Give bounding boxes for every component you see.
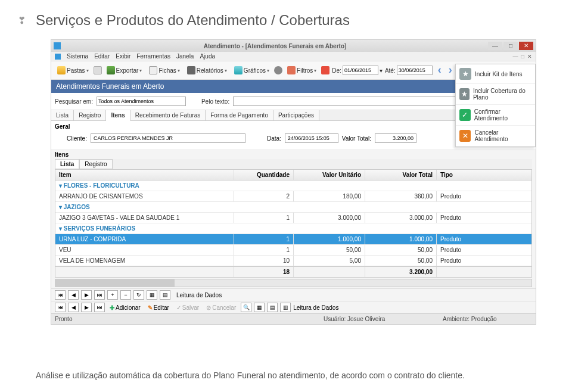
cliente-label: Cliente:	[67, 135, 87, 142]
items-grid: Item Quantidade Valor Unitário Valor Tot…	[55, 169, 532, 278]
subtab-lista[interactable]: Lista	[55, 159, 79, 169]
grid-row[interactable]: ARRANJO DE CRISANTEMOS2180,00360,00Produ…	[55, 191, 531, 202]
side-action[interactable]: ✓Confirmar Atendimento	[456, 105, 535, 126]
col-unit[interactable]: Valor Unitário	[294, 170, 365, 180]
tab-recebimento[interactable]: Recebimento de Faturas	[130, 110, 206, 120]
nav-next[interactable]: ›	[446, 63, 455, 77]
clip-icon[interactable]	[94, 66, 102, 74]
btn-grid5[interactable]: ▥	[280, 303, 291, 312]
act-first[interactable]: ⏮	[55, 303, 66, 312]
export-icon	[107, 66, 115, 74]
date-to-input[interactable]	[397, 66, 433, 75]
btn-search2[interactable]: 🔍	[241, 303, 251, 312]
valor-input[interactable]	[375, 133, 416, 143]
nav-add[interactable]: +	[107, 290, 118, 300]
gear-icon[interactable]	[274, 66, 282, 74]
minimize-button[interactable]: —	[488, 42, 502, 50]
data-input[interactable]	[285, 133, 338, 143]
nav-del[interactable]: −	[120, 290, 131, 300]
btn-grid3[interactable]: ▦	[254, 303, 265, 312]
menu-ajuda[interactable]: Ajuda	[200, 53, 215, 60]
btn-edit[interactable]: ✎Editar	[145, 304, 172, 312]
status-env: Ambiente: Produção	[443, 316, 532, 322]
btn-cancel[interactable]: ⊘Cancelar	[204, 304, 238, 312]
col-tipo[interactable]: Tipo	[437, 170, 531, 180]
side-action[interactable]: ✕Cancelar Atendimento	[456, 126, 535, 147]
btn-save[interactable]: ✓Salvar	[174, 304, 201, 312]
nav-status-text: Leitura de Dados	[173, 292, 225, 298]
btn-add[interactable]: ✚Adicionar	[107, 304, 143, 312]
btn-filtros[interactable]: Filtros▾	[285, 65, 319, 76]
search-in-select[interactable]	[97, 97, 186, 106]
window-title: Atendimento - [Atendimentos Funerais em …	[63, 43, 487, 49]
itens-label: Itens	[55, 151, 536, 158]
heart-icon: ❣	[18, 15, 26, 26]
calendar-icon[interactable]	[321, 66, 329, 74]
nav-back[interactable]: ◀	[68, 290, 79, 300]
grid-row[interactable]: VELA DE HOMENAGEM105,0050,00Produto	[55, 256, 531, 266]
side-action[interactable]: ★Incluir Kit de Itens	[456, 64, 535, 84]
tab-participacoes[interactable]: Participações	[273, 110, 319, 120]
side-action[interactable]: ★Incluir Cobertura do Plano	[456, 84, 535, 105]
date-from-input[interactable]	[343, 66, 378, 75]
col-qty[interactable]: Quantidade	[234, 170, 294, 180]
menu-sistema[interactable]: Sistema	[67, 53, 88, 60]
date-from: De: ▾	[332, 66, 383, 75]
act-last[interactable]: ⏭	[94, 303, 105, 312]
btn-fichas[interactable]: Fichas▾	[147, 65, 182, 76]
fichas-icon	[149, 66, 157, 74]
edit-icon: ✎	[148, 304, 153, 311]
cancel-icon: ⊘	[206, 304, 211, 311]
print-icon	[187, 66, 195, 74]
tab-lista[interactable]: Lista	[51, 110, 74, 120]
side-actions-panel: ★Incluir Kit de Itens★Incluir Cobertura …	[455, 64, 536, 147]
grid-row[interactable]: VEU150,0050,00Produto	[55, 245, 531, 256]
search-text-label: Pelo texto:	[201, 98, 229, 105]
tab-itens[interactable]: Itens	[106, 110, 130, 121]
close-button[interactable]: ✕	[519, 42, 533, 50]
nav-first[interactable]: ⏮	[55, 290, 66, 300]
maximize-button[interactable]: □	[503, 42, 518, 50]
sub-tabs: Lista Registro	[55, 159, 532, 169]
inner-window-controls[interactable]: — □ ✕	[513, 54, 532, 60]
app-icon-small	[55, 54, 61, 60]
col-total[interactable]: Valor Total	[365, 170, 437, 180]
act-fwd[interactable]: ▶	[81, 303, 92, 312]
side-label: Cancelar Atendimento	[474, 129, 531, 142]
nav-refresh[interactable]: ↻	[133, 290, 144, 300]
cliente-input[interactable]	[91, 133, 245, 143]
tab-registro[interactable]: Registro	[74, 110, 106, 120]
statusbar: Pronto Usuário: Josue Oliveira Ambiente:…	[51, 313, 536, 324]
grid-row[interactable]: JAZIGO 3 GAVETAS - VALE DA SAUDADE 113.0…	[55, 213, 531, 223]
tab-forma-pagamento[interactable]: Forma de Pagamento	[206, 110, 273, 120]
grid-group[interactable]: JAZIGOS	[55, 202, 531, 213]
filter-icon	[287, 66, 296, 74]
nav-prev[interactable]: ‹	[435, 63, 444, 77]
nav-fwd[interactable]: ▶	[81, 290, 92, 300]
hscrollbar[interactable]	[55, 279, 532, 287]
menu-ferramentas[interactable]: Ferramentas	[136, 53, 170, 60]
side-icon: ★	[459, 88, 470, 100]
grid-group[interactable]: FLORES - FLORICULTURA	[55, 181, 531, 191]
btn-grid4[interactable]: ▤	[267, 303, 278, 312]
btn-pastas[interactable]: Pastas▾	[55, 65, 91, 76]
valor-label: Valor Total:	[342, 135, 371, 142]
nav-grid2[interactable]: ▤	[160, 290, 170, 300]
btn-graficos[interactable]: Gráficos▾	[232, 65, 272, 76]
nav-grid1[interactable]: ▦	[147, 290, 157, 300]
date-to: Até:	[385, 66, 433, 75]
subtab-registro[interactable]: Registro	[79, 159, 112, 169]
btn-exportar[interactable]: Exportar▾	[104, 65, 145, 76]
grid-row[interactable]: URNA LUZ - COMPRIDA11.000,001.000,00Prod…	[55, 234, 531, 245]
menu-exibir[interactable]: Exibir	[116, 53, 130, 60]
col-item[interactable]: Item	[55, 170, 234, 180]
save-icon: ✓	[176, 304, 181, 311]
menu-editar[interactable]: Editar	[94, 53, 110, 60]
nav-last[interactable]: ⏭	[94, 290, 105, 300]
menu-janela[interactable]: Janela	[176, 53, 194, 60]
side-label: Confirmar Atendimento	[474, 108, 531, 122]
grid-header: Item Quantidade Valor Unitário Valor Tot…	[55, 170, 531, 181]
act-back[interactable]: ◀	[68, 303, 79, 312]
grid-group[interactable]: SERVIÇOS FUNERÁRIOS	[55, 223, 531, 234]
btn-relatorios[interactable]: Relatórios▾	[185, 65, 229, 76]
